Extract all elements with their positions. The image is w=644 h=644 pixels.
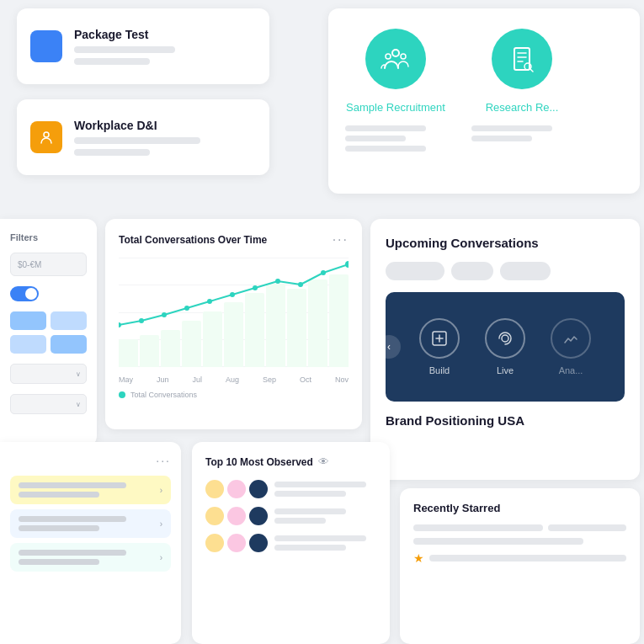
sample-recruitment-label: Sample Recruitment (346, 101, 445, 114)
workplace-card: Workplace D&I (17, 99, 269, 175)
svg-point-7 (139, 318, 144, 323)
dot-peach-2 (205, 507, 224, 525)
chevron-left-icon: ‹ (387, 341, 391, 353)
service-line-3 (345, 146, 426, 152)
package-title: Package Test (74, 28, 175, 41)
starred-row-1 (413, 524, 626, 531)
x-label-aug: Aug (226, 375, 239, 384)
x-label-sep: Sep (263, 375, 276, 384)
svg-point-8 (162, 312, 167, 317)
banner-nav-left[interactable]: ‹ (386, 335, 401, 359)
list-item-2-line-2 (19, 525, 99, 531)
btn-1[interactable] (10, 311, 46, 330)
top10-bars-3 (274, 535, 376, 551)
dot-navy-2 (249, 507, 268, 525)
dot-peach-1 (205, 480, 224, 498)
svg-point-14 (298, 282, 303, 287)
select-1[interactable]: ∨ (10, 364, 87, 384)
top10-header: Top 10 Most Observed 👁 (205, 455, 376, 468)
dot-group-3 (205, 534, 268, 552)
star-icon: ★ (413, 551, 424, 565)
list-item-1-line-2 (19, 492, 99, 498)
package-icon (30, 30, 62, 62)
filter-input[interactable]: $0-€M (10, 253, 87, 276)
list-item-3[interactable]: › (10, 543, 171, 572)
list-item-1[interactable]: › (10, 476, 171, 504)
btn-3[interactable] (10, 335, 46, 354)
starred-star-row: ★ (413, 551, 626, 565)
top10-bar-1-1 (274, 482, 366, 487)
chart-x-labels: May Jun Jul Aug Sep Oct Nov (119, 375, 349, 384)
btn-4[interactable] (51, 335, 87, 354)
chart-line-svg (119, 258, 349, 350)
x-label-jun: Jun (157, 375, 169, 384)
top10-row-1 (205, 480, 376, 498)
svg-rect-4 (514, 48, 530, 70)
dot-pink-1 (227, 480, 246, 498)
dot-pink-3 (227, 534, 246, 552)
research-line-2 (471, 136, 532, 141)
dot-group-2 (205, 507, 268, 525)
toggle-knob (25, 288, 37, 300)
btn-row-2 (10, 335, 87, 354)
svg-point-11 (230, 292, 235, 297)
dot-navy-3 (249, 534, 268, 552)
workplace-icon (30, 121, 62, 153)
top10-bars-1 (274, 482, 376, 497)
workplace-text: Workplace D&I (74, 119, 200, 156)
research-label: Research Re... (486, 101, 559, 114)
list-item-2-text (19, 516, 153, 531)
build-icon-circle (419, 318, 460, 359)
upcoming-pills (386, 262, 625, 280)
x-label-jul: Jul (192, 375, 202, 384)
starred-row-2 (413, 538, 626, 545)
toggle-switch[interactable] (10, 286, 39, 301)
banner-icons: Build Live Ana... (419, 318, 591, 375)
chart-options-icon[interactable]: ··· (333, 232, 349, 247)
service-line-2 (345, 136, 406, 141)
top10-bar-2-1 (274, 508, 346, 514)
upcoming-conversations-card: Upcoming Conversations ‹ Build (370, 219, 640, 480)
select-2[interactable]: ∨ (10, 394, 87, 414)
x-label-nov: Nov (335, 375, 349, 384)
x-label-oct: Oct (300, 375, 311, 384)
btn-row-1 (10, 311, 87, 330)
svg-point-13 (275, 279, 280, 284)
dot-navy-1 (249, 480, 268, 498)
svg-point-6 (119, 322, 121, 327)
analyze-icon-circle (551, 318, 591, 359)
svg-point-0 (44, 132, 49, 137)
button-group (10, 311, 87, 354)
research-icon (492, 29, 552, 89)
btn-2[interactable] (51, 311, 87, 330)
list-item-2-line-1 (19, 516, 126, 522)
pill-2 (451, 262, 493, 280)
filters-label: Filters (10, 232, 87, 242)
list-item-2[interactable]: › (10, 509, 171, 538)
banner-build[interactable]: Build (419, 318, 460, 375)
build-label: Build (429, 365, 450, 375)
banner-live[interactable]: Live (485, 318, 525, 375)
top10-bar-1-2 (274, 491, 346, 497)
banner-analyze[interactable]: Ana... (551, 318, 591, 375)
list-card: ··· › › › (0, 442, 181, 644)
service-sample-recruitment[interactable]: Sample Recruitment (345, 29, 446, 152)
research-lines (471, 125, 572, 141)
service-line-1 (345, 125, 426, 131)
svg-point-2 (386, 54, 391, 59)
svg-point-10 (207, 299, 212, 304)
service-research[interactable]: Research Re... (471, 29, 572, 141)
list-options-icon[interactable]: ··· (156, 454, 171, 467)
chart-title: Total Conversations Over Time (119, 234, 267, 246)
top10-row-3 (205, 534, 376, 552)
package-text: Package Test (74, 28, 175, 65)
legend-label: Total Conversations (130, 391, 197, 399)
top10-bar-3-2 (274, 545, 346, 551)
svg-point-1 (392, 50, 399, 56)
starred-bar-2 (548, 524, 626, 531)
dot-group-1 (205, 480, 268, 498)
workplace-title: Workplace D&I (74, 119, 200, 132)
toggle-row (10, 286, 87, 301)
sample-recruitment-lines (345, 125, 446, 152)
star-bar (429, 555, 626, 562)
